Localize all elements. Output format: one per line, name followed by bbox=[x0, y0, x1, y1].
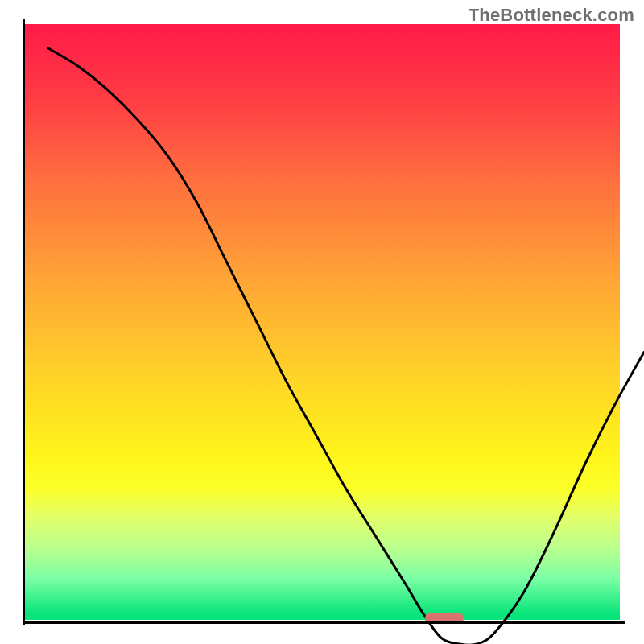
curve-svg bbox=[48, 48, 644, 644]
watermark-text: TheBottleneck.com bbox=[469, 5, 634, 26]
bottleneck-curve bbox=[48, 48, 644, 644]
x-axis-line bbox=[23, 621, 625, 624]
y-axis-line bbox=[23, 19, 25, 625]
chart-root: TheBottleneck.com bbox=[0, 0, 644, 644]
plot-area bbox=[24, 24, 620, 620]
